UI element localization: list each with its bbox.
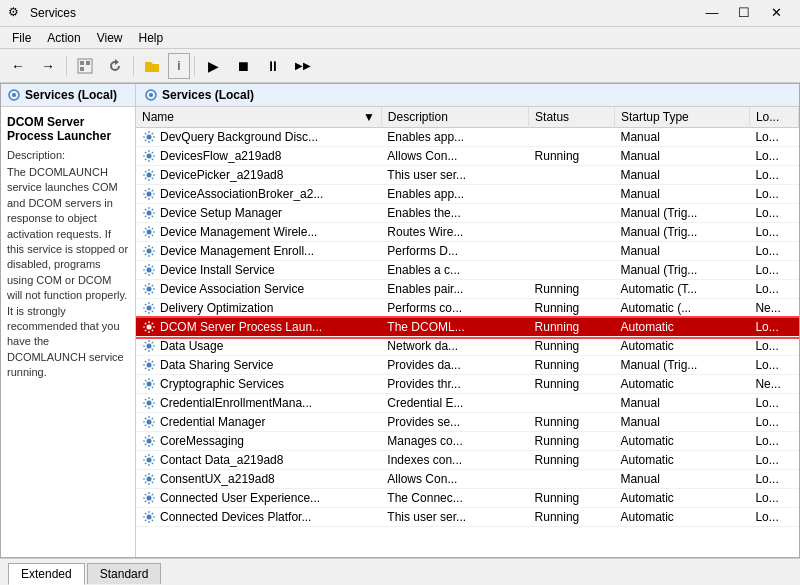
service-desc-cell: Enables pair...: [381, 280, 528, 299]
maximize-button[interactable]: ☐: [728, 0, 760, 27]
table-row[interactable]: Connected User Experience...The Connec..…: [136, 489, 799, 508]
service-logon-cell: Lo...: [749, 280, 798, 299]
table-row[interactable]: Device Setup ManagerEnables the...Manual…: [136, 204, 799, 223]
services-table[interactable]: Name ▼ Description Status Startup Type L…: [136, 107, 799, 557]
service-name: Connected Devices Platfor...: [160, 510, 311, 524]
table-row[interactable]: Data Sharing ServiceProvides da...Runnin…: [136, 356, 799, 375]
col-startup[interactable]: Startup Type: [614, 107, 749, 128]
service-name: DevicesFlow_a219ad8: [160, 149, 281, 163]
service-logon-cell: Lo...: [749, 470, 798, 489]
table-row[interactable]: Connected Devices Platfor...This user se…: [136, 508, 799, 527]
toolbar-back[interactable]: ←: [4, 53, 32, 79]
table-row[interactable]: Data UsageNetwork da...RunningAutomaticL…: [136, 337, 799, 356]
service-name-cell: Data Usage: [136, 337, 336, 355]
close-button[interactable]: ✕: [760, 0, 792, 27]
gear-icon: [142, 415, 156, 429]
service-desc-cell: Enables a c...: [381, 261, 528, 280]
table-row[interactable]: Device Association ServiceEnables pair..…: [136, 280, 799, 299]
service-logon-cell: Lo...: [749, 337, 798, 356]
main-content: Services (Local) DCOM Server Process Lau…: [0, 83, 800, 558]
toolbar-info[interactable]: i: [168, 53, 190, 79]
folder-icon: [144, 58, 160, 74]
service-logon-cell: Ne...: [749, 299, 798, 318]
gear-icon: [142, 434, 156, 448]
menu-view[interactable]: View: [89, 29, 131, 47]
service-name: Data Sharing Service: [160, 358, 273, 372]
toolbar-up[interactable]: [71, 53, 99, 79]
table-row[interactable]: Cryptographic ServicesProvides thr...Run…: [136, 375, 799, 394]
service-desc-cell: This user ser...: [381, 508, 528, 527]
toolbar-forward[interactable]: →: [34, 53, 62, 79]
table-row[interactable]: DevicesFlow_a219ad8Allows Con...RunningM…: [136, 147, 799, 166]
col-status[interactable]: Status: [529, 107, 615, 128]
service-name: Device Setup Manager: [160, 206, 282, 220]
tab-standard[interactable]: Standard: [87, 563, 162, 584]
service-name-cell: Connected User Experience...: [136, 489, 336, 507]
gear-icon: [142, 377, 156, 391]
service-logon-cell: Lo...: [749, 166, 798, 185]
toolbar-pause[interactable]: ⏸: [259, 53, 287, 79]
toolbar-refresh[interactable]: [101, 53, 129, 79]
tab-extended[interactable]: Extended: [8, 563, 85, 585]
svg-point-8: [147, 135, 152, 140]
gear-icon: [142, 206, 156, 220]
service-status-cell: Running: [529, 147, 615, 166]
minimize-button[interactable]: —: [696, 0, 728, 27]
service-name-cell: Connected Devices Platfor...: [136, 508, 336, 526]
col-description[interactable]: Description: [381, 107, 528, 128]
table-row[interactable]: Device Install ServiceEnables a c...Manu…: [136, 261, 799, 280]
table-row[interactable]: Device Management Wirele...Routes Wire..…: [136, 223, 799, 242]
table-header: Name ▼ Description Status Startup Type L…: [136, 107, 799, 128]
toolbar-sep-3: [194, 56, 195, 76]
table-row[interactable]: Device Management Enroll...Performs D...…: [136, 242, 799, 261]
gear-icon: [142, 491, 156, 505]
service-name-cell: DeviceAssociationBroker_a2...: [136, 185, 336, 203]
svg-point-22: [147, 401, 152, 406]
service-name: CoreMessaging: [160, 434, 244, 448]
service-name: ConsentUX_a219ad8: [160, 472, 275, 486]
up-icon: [77, 58, 93, 74]
table-row[interactable]: ConsentUX_a219ad8Allows Con...ManualLo..…: [136, 470, 799, 489]
table-row[interactable]: DevQuery Background Disc...Enables app..…: [136, 128, 799, 147]
table-row[interactable]: Delivery OptimizationPerforms co...Runni…: [136, 299, 799, 318]
app-icon: ⚙: [8, 5, 24, 21]
col-logon[interactable]: Lo...: [749, 107, 798, 128]
service-desc-cell: Performs co...: [381, 299, 528, 318]
service-name-cell: DCOM Server Process Laun...: [136, 318, 336, 336]
table-row[interactable]: Credential ManagerProvides se...RunningM…: [136, 413, 799, 432]
toolbar-folder[interactable]: [138, 53, 166, 79]
service-name: Delivery Optimization: [160, 301, 273, 315]
table-row[interactable]: CoreMessagingManages co...RunningAutomat…: [136, 432, 799, 451]
service-startup-cell: Automatic: [614, 432, 749, 451]
table-row[interactable]: DevicePicker_a219ad8This user ser...Manu…: [136, 166, 799, 185]
toolbar-play[interactable]: ▶: [199, 53, 227, 79]
menu-help[interactable]: Help: [131, 29, 172, 47]
service-startup-cell: Manual (Trig...: [614, 261, 749, 280]
service-name-cell: Device Management Wirele...: [136, 223, 336, 241]
service-status-cell: [529, 166, 615, 185]
table-row[interactable]: DCOM Server Process Laun...The DCOML...R…: [136, 318, 799, 337]
service-desc-cell: Provides thr...: [381, 375, 528, 394]
col-name[interactable]: Name ▼: [136, 107, 381, 128]
service-startup-cell: Automatic: [614, 508, 749, 527]
service-name: DevQuery Background Disc...: [160, 130, 318, 144]
service-name-cell: Device Association Service: [136, 280, 336, 298]
svg-point-24: [147, 439, 152, 444]
service-startup-cell: Manual: [614, 166, 749, 185]
service-desc-cell: Allows Con...: [381, 470, 528, 489]
menu-file[interactable]: File: [4, 29, 39, 47]
service-startup-cell: Manual: [614, 128, 749, 147]
left-panel-header: Services (Local): [1, 84, 135, 107]
service-startup-cell: Manual: [614, 147, 749, 166]
table-row[interactable]: Contact Data_a219ad8Indexes con...Runnin…: [136, 451, 799, 470]
table-row[interactable]: CredentialEnrollmentMana...Credential E.…: [136, 394, 799, 413]
service-name: Device Management Enroll...: [160, 244, 314, 258]
gear-icon: [142, 187, 156, 201]
table-row[interactable]: DeviceAssociationBroker_a2...Enables app…: [136, 185, 799, 204]
toolbar-restart[interactable]: ▶▶: [289, 53, 317, 79]
service-desc-cell: Performs D...: [381, 242, 528, 261]
service-startup-cell: Manual: [614, 185, 749, 204]
toolbar-stop[interactable]: ⏹: [229, 53, 257, 79]
service-name: DCOM Server Process Laun...: [160, 320, 322, 334]
menu-action[interactable]: Action: [39, 29, 88, 47]
